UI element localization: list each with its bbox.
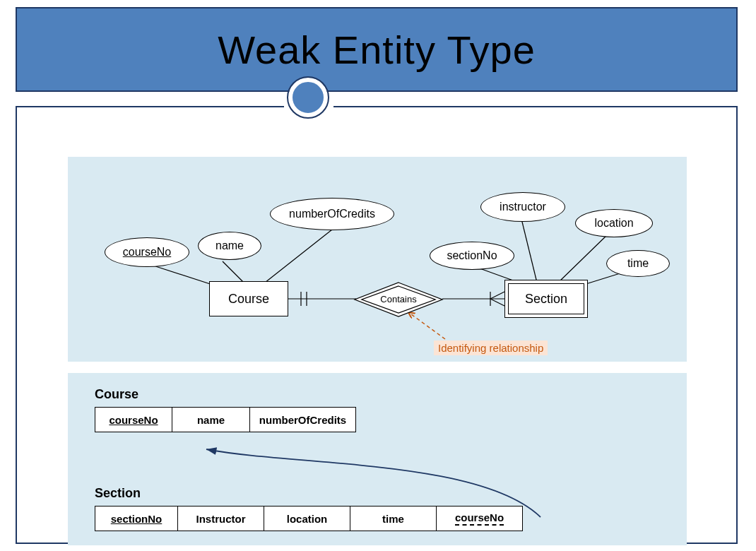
relationship-label: Contains [380,294,417,304]
attr-credits: numberOfCredits [270,198,394,230]
entity-course-label: Course [228,292,269,307]
title-banner: Weak Entity Type [16,7,738,92]
section-col-instructor: Instructor [178,506,264,531]
section-col-time: time [350,506,437,531]
attr-courseno-label: courseNo [123,246,171,259]
schema-course-table: courseNo name numberOfCredits [95,407,356,432]
entity-section-inner: Section [508,283,584,314]
attr-instructor: instructor [480,192,565,222]
attr-name: name [198,232,261,260]
section-col-courseno: courseNo [437,506,523,531]
attr-time-label: time [627,257,649,270]
entity-course: Course [209,281,288,316]
course-col-courseno: courseNo [95,407,172,432]
attr-sectionno: sectionNo [430,242,514,270]
section-col-sectionno: sectionNo [95,506,178,531]
attr-time: time [606,250,670,277]
page-title: Weak Entity Type [218,27,536,73]
attr-location-label: location [594,217,633,230]
attr-name-label: name [215,239,244,252]
schema-section-title: Section [95,486,141,501]
entity-section-label: Section [525,292,567,307]
attr-instructor-label: instructor [500,201,546,213]
callout-identifying: Identifying relationship [434,340,548,355]
attr-credits-label: numberOfCredits [289,208,375,220]
attr-sectionno-label: sectionNo [447,249,497,262]
entity-section: Section [504,280,588,318]
schema-section-table: sectionNo Instructor location time cours… [95,506,523,531]
attr-courseno: courseNo [105,237,189,267]
attr-location: location [575,209,653,237]
course-col-credits: numberOfCredits [250,407,356,432]
section-col-location: location [264,506,350,531]
relationship-diamond-icon: Contains [352,281,445,318]
course-col-name: name [172,407,250,432]
schema-course-title: Course [95,387,138,402]
